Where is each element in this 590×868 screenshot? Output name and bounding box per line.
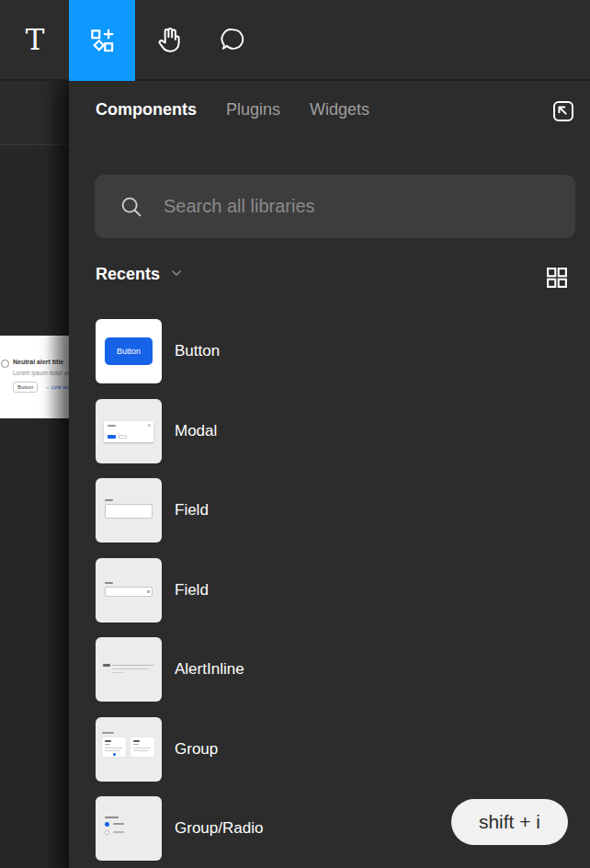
comment-tool-button[interactable] bbox=[206, 0, 261, 79]
shortcut-pill: shift + i bbox=[451, 799, 568, 845]
grid-view-icon bbox=[544, 265, 570, 294]
shortcut-label: shift + i bbox=[479, 811, 540, 833]
component-item-alertinline[interactable]: AlertInline bbox=[96, 637, 573, 702]
group-thumbnail bbox=[96, 717, 162, 782]
chevron-down-icon bbox=[169, 266, 184, 284]
popout-button[interactable] bbox=[547, 97, 580, 130]
panel-tabs: Components Plugins Widgets bbox=[96, 100, 369, 120]
component-item-field-select[interactable]: Field bbox=[96, 558, 573, 622]
component-list: Button Button Modal Field bbox=[96, 319, 573, 868]
component-item-group[interactable]: Group bbox=[96, 717, 573, 782]
tab-widgets[interactable]: Widgets bbox=[310, 100, 369, 120]
components-icon bbox=[86, 25, 118, 56]
tab-components[interactable]: Components bbox=[96, 100, 197, 120]
text-tool-icon: T bbox=[26, 26, 45, 54]
grid-view-button[interactable] bbox=[542, 266, 572, 293]
component-item-label: Modal bbox=[175, 422, 217, 440]
field-select-thumbnail bbox=[96, 558, 162, 622]
component-item-label: Button bbox=[175, 342, 220, 360]
hand-tool-button[interactable] bbox=[140, 0, 200, 79]
text-tool-button[interactable]: T bbox=[9, 0, 61, 79]
button-thumbnail: Button bbox=[96, 319, 162, 383]
component-item-label: Field bbox=[175, 501, 209, 520]
component-item-label: AlertInline bbox=[175, 660, 244, 679]
modal-thumbnail bbox=[96, 399, 162, 463]
comment-bubble-icon bbox=[220, 26, 247, 53]
field-thumbnail bbox=[96, 478, 162, 542]
mini-button: Button bbox=[105, 337, 153, 365]
search-input[interactable] bbox=[162, 195, 559, 218]
components-panel: Components Plugins Widgets Recents bbox=[69, 81, 590, 868]
components-tool-button-active[interactable] bbox=[69, 0, 135, 81]
component-item-field[interactable]: Field bbox=[96, 478, 573, 542]
popout-arrow-icon bbox=[549, 97, 578, 130]
tab-plugins[interactable]: Plugins bbox=[226, 100, 280, 120]
canvas-area[interactable]: Neutral alert title Lorem ipsum dolor am… bbox=[0, 81, 69, 868]
recents-title: Recents bbox=[96, 265, 160, 284]
component-item-button[interactable]: Button Button bbox=[96, 319, 573, 383]
component-item-label: Group/Radio bbox=[175, 819, 263, 838]
component-item-label: Group bbox=[175, 740, 218, 759]
figma-app: Neutral alert title Lorem ipsum dolor am… bbox=[0, 0, 590, 868]
panel-shadow bbox=[45, 81, 69, 868]
alert-button: Button bbox=[13, 382, 38, 393]
hand-icon bbox=[155, 25, 185, 54]
search-bar[interactable] bbox=[95, 175, 575, 238]
component-item-modal[interactable]: Modal bbox=[96, 399, 573, 463]
group-radio-thumbnail bbox=[96, 796, 162, 861]
search-icon bbox=[118, 193, 145, 221]
alertinline-thumbnail bbox=[96, 637, 162, 702]
info-circle-icon bbox=[1, 360, 9, 368]
recents-dropdown[interactable]: Recents bbox=[96, 265, 184, 284]
component-item-label: Field bbox=[175, 581, 209, 600]
